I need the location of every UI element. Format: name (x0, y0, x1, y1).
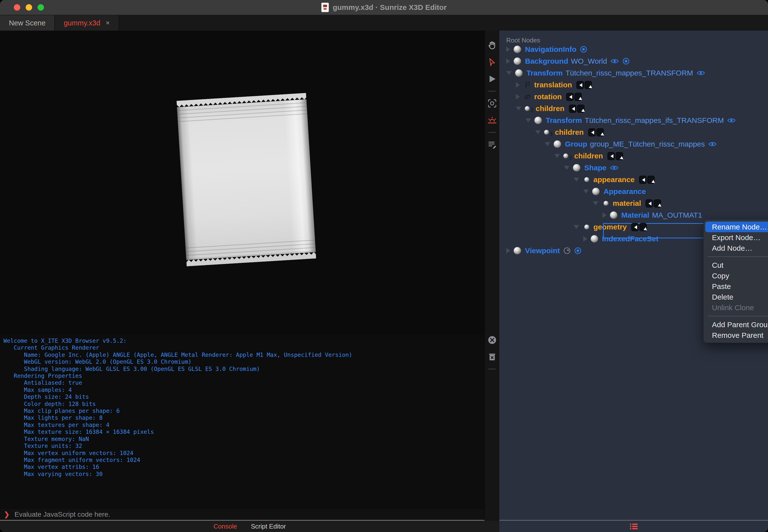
node-type-label[interactable]: Group (565, 140, 587, 148)
tab-close-icon[interactable]: × (106, 19, 110, 27)
expand-arrow[interactable] (506, 248, 510, 253)
bound-icon[interactable] (574, 247, 582, 254)
x3d-viewport[interactable] (0, 31, 484, 334)
collapse-arrow[interactable] (525, 118, 531, 122)
route-connector-icons[interactable] (608, 152, 623, 160)
menu-item-add-node[interactable]: Add Node… (705, 243, 768, 253)
tree-row-transform[interactable]: Transform Tütchen_rissc_mappes_TRANSFORM (499, 67, 768, 79)
input-route-icon[interactable] (577, 81, 584, 89)
collapse-arrow[interactable] (516, 107, 521, 111)
node-type-label[interactable]: Material (621, 211, 649, 219)
input-route-icon[interactable] (646, 199, 653, 208)
route-connector-icons[interactable] (566, 93, 582, 101)
bound-icon[interactable] (622, 57, 630, 65)
node-def-name[interactable]: Tütchen_rissc_mappes_ifs_TRANSFORM (585, 116, 724, 125)
tree-row-children-field[interactable]: children (499, 126, 768, 138)
output-route-icon[interactable] (577, 105, 585, 113)
tab-new-scene[interactable]: New Scene (0, 15, 55, 31)
expand-arrow[interactable] (516, 82, 520, 88)
collapse-arrow[interactable] (583, 190, 589, 193)
wrench-circle-icon[interactable] (563, 247, 571, 254)
snapshot-button[interactable] (487, 98, 497, 109)
collapse-arrow[interactable] (593, 201, 598, 205)
output-route-icon[interactable] (597, 128, 604, 136)
tree-row-transform-ifs[interactable]: Transform Tütchen_rissc_mappes_ifs_TRANS… (499, 114, 768, 126)
node-type-label[interactable]: Transform (546, 116, 582, 125)
panel-menu-icon[interactable] (630, 524, 638, 529)
expand-arrow[interactable] (516, 94, 520, 99)
field-label[interactable]: appearance (594, 175, 635, 184)
eye-icon[interactable] (610, 165, 618, 171)
node-type-label[interactable]: Background (525, 57, 568, 65)
console-input-placeholder[interactable]: Evaluate JavaScript code here. (15, 511, 110, 518)
tree-row-appearance-node[interactable]: Appearance (499, 186, 768, 197)
input-route-icon[interactable] (631, 223, 639, 231)
tree-row-background[interactable]: Background WO_World (499, 55, 768, 67)
menu-item-paste[interactable]: Paste (705, 281, 768, 292)
sunrise-environment-button[interactable] (487, 115, 497, 126)
pouch-3d-object[interactable] (176, 93, 316, 266)
minimize-window-button[interactable] (26, 4, 32, 11)
zoom-window-button[interactable] (38, 4, 44, 11)
route-connector-icons[interactable] (639, 176, 655, 184)
input-route-icon[interactable] (569, 105, 577, 113)
input-route-icon[interactable] (608, 152, 615, 160)
tree-row-children-field[interactable]: children (499, 150, 768, 162)
route-connector-icons[interactable] (577, 81, 592, 89)
tree-row-appearance-field[interactable]: appearance (499, 174, 768, 186)
play-button[interactable] (487, 74, 497, 84)
tab-gummy-x3d[interactable]: gummy.x3d × (55, 15, 119, 31)
eye-icon[interactable] (697, 70, 705, 76)
node-def-name[interactable]: group_ME_Tütchen_rissc_mappes (590, 140, 705, 148)
collapse-arrow[interactable] (535, 130, 540, 134)
input-route-icon[interactable] (588, 128, 596, 136)
output-route-icon[interactable] (654, 199, 661, 208)
eye-icon[interactable] (727, 117, 736, 123)
eye-icon[interactable] (611, 58, 619, 64)
output-route-icon[interactable] (574, 93, 582, 101)
field-label[interactable]: children (574, 152, 603, 160)
console-input-row[interactable]: ❯ Evaluate JavaScript code here. (0, 509, 484, 521)
output-route-icon[interactable] (647, 176, 655, 184)
expand-arrow[interactable] (583, 236, 587, 242)
collapse-arrow[interactable] (506, 71, 512, 75)
tree-row-group[interactable]: Group group_ME_Tütchen_rissc_mappes (499, 138, 768, 150)
tree-row-rotation-field[interactable]: rotation (499, 91, 768, 103)
input-route-icon[interactable] (639, 176, 647, 184)
route-connector-icons[interactable] (569, 105, 585, 113)
select-arrow-tool-button[interactable] (487, 57, 497, 68)
collapse-arrow[interactable] (554, 154, 560, 158)
tree-row-navigationinfo[interactable]: NavigationInfo (499, 43, 768, 55)
script-editor-button[interactable] (487, 139, 497, 150)
node-type-label[interactable]: Transform (526, 69, 563, 77)
expand-arrow[interactable] (506, 47, 510, 52)
delete-console-button[interactable] (487, 351, 497, 362)
hand-pan-tool-button[interactable] (487, 40, 497, 51)
clear-console-button[interactable] (487, 335, 497, 345)
input-route-icon[interactable] (566, 93, 573, 101)
route-connector-icons[interactable] (646, 199, 661, 208)
tab-script-editor[interactable]: Script Editor (251, 523, 286, 530)
bound-icon[interactable] (580, 46, 587, 53)
field-label[interactable]: children (535, 104, 564, 113)
menu-item-cut[interactable]: Cut (705, 260, 768, 270)
node-type-label[interactable]: Viewpoint (525, 247, 560, 255)
collapse-arrow[interactable] (564, 166, 569, 170)
node-type-label[interactable]: Appearance (604, 187, 646, 196)
collapse-arrow[interactable] (545, 142, 550, 146)
tree-row-material-field[interactable]: material (499, 197, 768, 209)
menu-item-delete[interactable]: Delete (705, 292, 768, 302)
collapse-arrow[interactable] (573, 225, 579, 229)
menu-item-export-node[interactable]: Export Node… (705, 232, 768, 243)
close-window-button[interactable] (14, 4, 20, 11)
node-type-label[interactable]: Shape (584, 164, 607, 172)
eye-icon[interactable] (708, 141, 717, 147)
tree-row-shape[interactable]: Shape (499, 162, 768, 174)
route-connector-icons[interactable] (588, 128, 604, 136)
output-route-icon[interactable] (616, 152, 623, 160)
console-log[interactable]: Welcome to X_ITE X3D Browser v9.5.2: Cur… (0, 334, 484, 509)
output-route-icon[interactable] (585, 81, 592, 89)
expand-arrow[interactable] (603, 212, 607, 218)
tab-console[interactable]: Console (214, 523, 237, 530)
node-def-name[interactable]: WO_World (571, 57, 607, 65)
